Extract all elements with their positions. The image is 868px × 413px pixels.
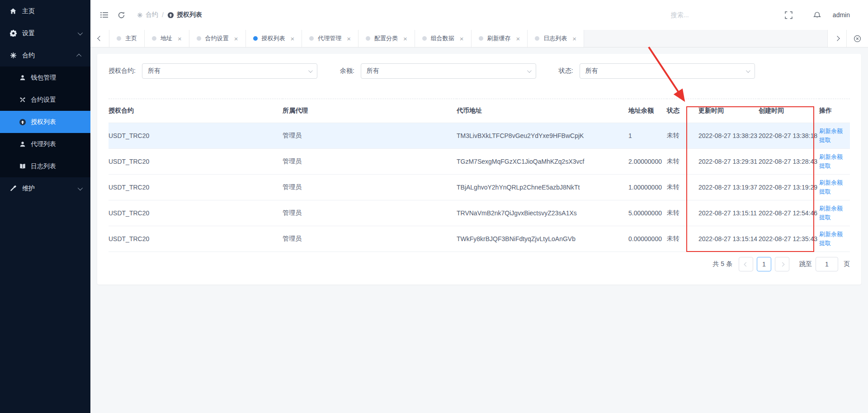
tab-agent-manage[interactable]: 代理管理× bbox=[302, 30, 359, 47]
cell-balance: 0.00000000 bbox=[628, 226, 667, 252]
circle-close-icon bbox=[854, 35, 861, 43]
filter-label: 余额: bbox=[340, 67, 354, 75]
close-icon[interactable]: × bbox=[347, 35, 351, 42]
tab-dot-icon bbox=[366, 36, 370, 41]
table-header-row: 授权合约 所属代理 代币地址 地址余额 状态 更新时间 创建时间 操作 bbox=[108, 99, 850, 123]
cell-status: 未转 bbox=[667, 226, 698, 252]
refresh-balance-link[interactable]: 刷新余额 bbox=[819, 204, 846, 213]
tab-bar: 主页 地址× 合约设置× 授权列表× 代理管理× 配置分类× 组合数据× 刷新缓… bbox=[90, 30, 868, 47]
prev-page-button[interactable] bbox=[739, 257, 753, 271]
sidebar-item-wallet-manage[interactable]: 钱包管理 bbox=[0, 66, 90, 89]
tab-label: 代理管理 bbox=[318, 34, 341, 43]
tab-address[interactable]: 地址× bbox=[145, 30, 189, 47]
close-icon[interactable]: × bbox=[403, 35, 407, 42]
cell-updated: 2022-08-27 13:29:31 bbox=[698, 149, 759, 175]
sidebar-item-label: 主页 bbox=[22, 7, 35, 15]
balance-select[interactable]: 所有 bbox=[361, 63, 536, 79]
cell-actions: 刷新余额 提取 bbox=[819, 123, 850, 149]
book-icon bbox=[19, 163, 26, 170]
refresh-balance-link[interactable]: 刷新余额 bbox=[819, 127, 846, 136]
breadcrumb-section[interactable]: 合约 bbox=[137, 11, 158, 19]
tab-config-category[interactable]: 配置分类× bbox=[359, 30, 415, 47]
refresh-balance-link[interactable]: 刷新余额 bbox=[819, 230, 846, 239]
cell-address: TGzM7SexgMqFGzXC1JioQaMhKZq2sX3vcf bbox=[457, 149, 628, 175]
cell-contract: USDT_TRC20 bbox=[108, 123, 283, 149]
sidebar-item-contract[interactable]: 合约 bbox=[0, 44, 90, 66]
refresh-balance-link[interactable]: 刷新余额 bbox=[819, 152, 846, 161]
sidebar-item-label: 合约 bbox=[22, 52, 35, 60]
circle-arrow-icon bbox=[167, 12, 174, 19]
tab-dot-icon bbox=[479, 36, 483, 41]
tab-combined-data[interactable]: 组合数据× bbox=[415, 30, 472, 47]
refresh-balance-link[interactable]: 刷新余额 bbox=[819, 178, 846, 187]
page-number-button[interactable]: 1 bbox=[757, 257, 771, 271]
sidebar-item-label: 钱包管理 bbox=[31, 74, 56, 82]
sidebar-item-home[interactable]: 主页 bbox=[0, 0, 90, 22]
cell-updated: 2022-08-27 13:15:11 bbox=[698, 200, 759, 226]
tab-label: 合约设置 bbox=[205, 34, 229, 43]
tabs-scroll-left-button[interactable] bbox=[90, 30, 109, 47]
cell-actions: 刷新余额 提取 bbox=[819, 200, 850, 226]
auth-table: 授权合约 所属代理 代币地址 地址余额 状态 更新时间 创建时间 操作 USDT bbox=[108, 99, 850, 252]
tab-dot-icon bbox=[309, 36, 314, 41]
table-row: USDT_TRC20 管理员 TM3LivBXkLTFCP8vGeu2YdYxe… bbox=[108, 123, 850, 149]
jump-page-input[interactable] bbox=[816, 257, 838, 271]
cell-address: TBjALghvoY2hYnQRLp2ChneE5azbJ8NkTt bbox=[457, 175, 628, 200]
search-input[interactable] bbox=[671, 11, 739, 19]
table-row: USDT_TRC20 管理员 TGzM7SexgMqFGzXC1JioQaMhK… bbox=[108, 149, 850, 175]
tab-label: 刷新缓存 bbox=[487, 34, 511, 43]
withdraw-link[interactable]: 提取 bbox=[819, 239, 846, 248]
sidebar-item-auth-list[interactable]: 授权列表 bbox=[0, 111, 90, 133]
withdraw-link[interactable]: 提取 bbox=[819, 161, 846, 171]
chevron-down-icon bbox=[308, 68, 313, 73]
sidebar-item-maintenance[interactable]: 维护 bbox=[0, 177, 90, 199]
person-icon bbox=[19, 141, 26, 148]
sidebar: 主页 设置 合约 钱包管理 合约设置 bbox=[0, 0, 90, 413]
sidebar-item-label: 设置 bbox=[22, 29, 35, 38]
open-tabs: 主页 地址× 合约设置× 授权列表× 代理管理× 配置分类× 组合数据× 刷新缓… bbox=[109, 30, 584, 47]
close-icon[interactable]: × bbox=[460, 35, 464, 42]
collapse-menu-icon[interactable] bbox=[100, 12, 108, 18]
auth-contract-select[interactable]: 所有 bbox=[142, 63, 317, 79]
cell-contract: USDT_TRC20 bbox=[108, 175, 283, 200]
tab-log-list[interactable]: 日志列表× bbox=[528, 30, 584, 47]
filter-bar: 授权合约: 所有 余额: 所有 状态: 所有 bbox=[108, 63, 850, 79]
auth-list-card: 授权合约: 所有 余额: 所有 状态: 所有 bbox=[97, 54, 861, 285]
sidebar-item-agent-list[interactable]: 代理列表 bbox=[0, 133, 90, 155]
sidebar-item-label: 日志列表 bbox=[31, 162, 56, 171]
cell-updated: 2022-08-27 13:19:37 bbox=[698, 175, 759, 200]
cell-agent: 管理员 bbox=[283, 226, 457, 252]
tab-auth-list[interactable]: 授权列表× bbox=[246, 30, 302, 47]
close-icon[interactable]: × bbox=[234, 35, 238, 42]
chevron-down-icon bbox=[527, 68, 532, 73]
withdraw-link[interactable]: 提取 bbox=[819, 136, 846, 145]
close-icon[interactable]: × bbox=[178, 35, 182, 42]
cell-actions: 刷新余额 提取 bbox=[819, 175, 850, 200]
tab-home[interactable]: 主页 bbox=[109, 30, 145, 47]
close-icon[interactable]: × bbox=[572, 35, 576, 42]
bell-icon[interactable] bbox=[813, 11, 821, 19]
sidebar-item-contract-settings[interactable]: 合约设置 bbox=[0, 89, 90, 111]
fullscreen-icon[interactable] bbox=[785, 11, 793, 19]
cell-created: 2022-08-27 13:28:43 bbox=[759, 149, 819, 175]
close-icon[interactable]: × bbox=[516, 35, 520, 42]
withdraw-link[interactable]: 提取 bbox=[819, 187, 846, 196]
status-select[interactable]: 所有 bbox=[580, 63, 755, 79]
withdraw-link[interactable]: 提取 bbox=[819, 213, 846, 222]
column-header: 状态 bbox=[667, 99, 698, 123]
close-icon[interactable]: × bbox=[291, 35, 295, 42]
tab-contract-settings[interactable]: 合约设置× bbox=[189, 30, 246, 47]
sidebar-item-log-list[interactable]: 日志列表 bbox=[0, 155, 90, 177]
tab-refresh-cache[interactable]: 刷新缓存× bbox=[472, 30, 528, 47]
refresh-icon[interactable] bbox=[118, 11, 125, 19]
next-page-button[interactable] bbox=[775, 257, 789, 271]
pagination: 共 5 条 1 跳至 页 bbox=[108, 256, 850, 272]
breadcrumb-current-label: 授权列表 bbox=[177, 11, 202, 19]
gear-icon bbox=[9, 29, 17, 37]
sidebar-item-settings[interactable]: 设置 bbox=[0, 22, 90, 44]
tabs-scroll-right-button[interactable] bbox=[827, 30, 846, 47]
tab-label: 授权列表 bbox=[262, 34, 285, 43]
close-all-tabs-button[interactable] bbox=[846, 30, 868, 47]
user-menu[interactable]: admin bbox=[833, 11, 850, 19]
main-area: 合约 / 授权列表 admin 主页 地址× 合约设置× 授权列表× bbox=[90, 0, 868, 413]
